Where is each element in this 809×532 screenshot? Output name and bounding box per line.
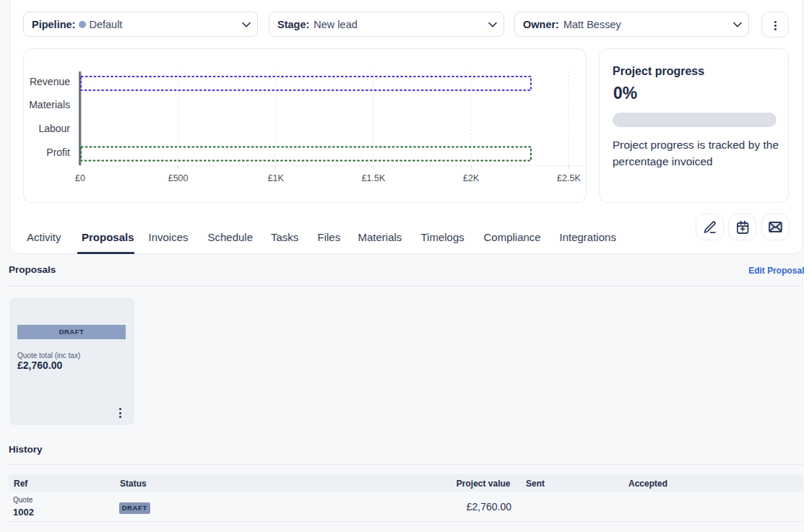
svg-text:£500: £500 <box>168 173 189 183</box>
svg-text:Profit: Profit <box>46 147 70 158</box>
svg-text:Materials: Materials <box>29 99 70 110</box>
svg-text:Revenue: Revenue <box>30 76 70 87</box>
svg-text:£2K: £2K <box>463 173 480 183</box>
svg-text:£1K: £1K <box>268 173 285 183</box>
svg-text:£2.5K: £2.5K <box>557 173 581 183</box>
svg-text:£1.5K: £1.5K <box>362 173 386 183</box>
svg-text:£0: £0 <box>75 173 85 183</box>
svg-text:Labour: Labour <box>38 123 70 134</box>
